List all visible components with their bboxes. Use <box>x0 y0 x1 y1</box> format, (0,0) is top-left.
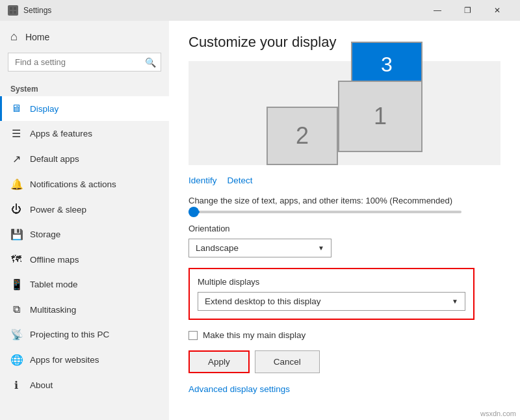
sidebar-item-tablet-mode-label: Tablet mode <box>30 280 78 289</box>
sidebar-item-default-apps-label: Default apps <box>30 154 79 164</box>
scale-slider-track[interactable] <box>188 211 462 213</box>
orientation-value: Landscape <box>196 243 239 253</box>
svg-rect-3 <box>14 11 16 14</box>
identify-link[interactable]: Identify <box>188 176 217 185</box>
sidebar-item-multitasking-label: Multitasking <box>30 305 76 315</box>
sidebar-item-display[interactable]: 🖥 Display <box>0 96 169 121</box>
monitor-container: 2 3 1 <box>266 35 422 152</box>
sidebar-item-projecting-label: Projecting to this PC <box>30 330 109 339</box>
monitor-1-group: 3 1 <box>338 35 422 152</box>
title-bar: Settings — ❐ ✕ <box>0 0 520 21</box>
projecting-icon: 📡 <box>10 328 22 341</box>
sidebar-item-multitasking[interactable]: ⧉ Multitasking <box>0 297 169 322</box>
sidebar-item-apps-features-label: Apps & features <box>30 129 92 138</box>
search-box: 🔍 <box>8 53 161 72</box>
orientation-dropdown[interactable]: Landscape ▼ <box>188 239 332 257</box>
main-display-checkbox-label: Make this my main display <box>203 330 306 340</box>
scale-slider-thumb[interactable] <box>188 207 199 217</box>
monitor-3-label: 3 <box>381 53 393 77</box>
cancel-button[interactable]: Cancel <box>255 350 320 373</box>
notifications-icon: 🔔 <box>10 178 22 190</box>
sidebar-home[interactable]: ⌂ Home <box>0 21 169 53</box>
scale-label: Change the size of text, apps, and other… <box>188 196 500 205</box>
sidebar-item-storage-label: Storage <box>30 230 60 239</box>
sidebar-item-default-apps[interactable]: ↗ Default apps <box>0 146 169 172</box>
app-body: ⌂ Home 🔍 System 🖥 Display ☰ Apps & featu… <box>0 21 520 420</box>
window-title: Settings <box>23 6 51 15</box>
power-sleep-icon: ⏻ <box>10 203 22 215</box>
watermark: wsxdn.com <box>480 410 516 417</box>
system-section-label: System <box>0 79 169 96</box>
sidebar-item-projecting[interactable]: 📡 Projecting to this PC <box>0 322 169 347</box>
sidebar-item-apps-features[interactable]: ☰ Apps & features <box>0 121 169 146</box>
scale-section: Change the size of text, apps, and other… <box>188 196 500 213</box>
sidebar-item-storage[interactable]: 💾 Storage <box>0 222 169 247</box>
sidebar-item-offline-maps-label: Offline maps <box>30 255 79 265</box>
sidebar-item-notifications[interactable]: 🔔 Notifications & actions <box>0 172 169 197</box>
monitor-2[interactable]: 2 <box>266 107 338 165</box>
about-icon: ℹ <box>10 379 22 391</box>
multitasking-icon: ⧉ <box>10 304 22 315</box>
close-button[interactable]: ✕ <box>482 0 512 21</box>
sidebar-item-apps-websites-label: Apps for websites <box>30 355 99 365</box>
svg-rect-1 <box>14 7 16 10</box>
sidebar-item-display-label: Display <box>30 104 58 114</box>
multiple-displays-chevron-icon: ▼ <box>452 298 458 305</box>
main-display-checkbox-row[interactable]: Make this my main display <box>188 330 500 340</box>
detect-link[interactable]: Detect <box>228 176 253 185</box>
monitor-1-label: 1 <box>374 103 387 130</box>
display-preview: 2 3 1 <box>188 61 500 165</box>
sidebar-item-apps-websites[interactable]: 🌐 Apps for websites <box>0 347 169 373</box>
main-panel: Customize your display 2 3 1 <box>169 21 520 420</box>
multiple-displays-dropdown[interactable]: Extend desktop to this display ▼ <box>198 292 465 311</box>
minimize-button[interactable]: — <box>422 0 452 21</box>
sidebar-item-power-sleep[interactable]: ⏻ Power & sleep <box>0 197 169 222</box>
multiple-displays-box: Multiple displays Extend desktop to this… <box>188 268 474 320</box>
home-label: Home <box>25 32 49 42</box>
sidebar-item-about[interactable]: ℹ About <box>0 373 169 398</box>
svg-rect-0 <box>10 7 12 10</box>
display-icon: 🖥 <box>10 103 22 114</box>
orientation-label: Orientation <box>188 224 500 233</box>
multiple-displays-label: Multiple displays <box>198 277 465 287</box>
apply-button[interactable]: Apply <box>188 350 250 373</box>
sidebar-item-notifications-label: Notifications & actions <box>30 179 116 189</box>
offline-maps-icon: 🗺 <box>10 254 22 265</box>
svg-rect-2 <box>10 11 12 14</box>
sidebar-item-offline-maps[interactable]: 🗺 Offline maps <box>0 247 169 272</box>
identify-detect-row: Identify Detect <box>188 176 500 185</box>
advanced-display-settings-link[interactable]: Advanced display settings <box>188 384 290 394</box>
tablet-mode-icon: 📱 <box>10 278 22 291</box>
search-input[interactable] <box>8 53 161 72</box>
sidebar-item-about-label: About <box>30 380 53 390</box>
sidebar-item-tablet-mode[interactable]: 📱 Tablet mode <box>0 272 169 297</box>
monitor-1[interactable]: 1 <box>338 81 422 152</box>
main-display-checkbox[interactable] <box>188 331 198 340</box>
restore-button[interactable]: ❐ <box>452 0 482 21</box>
search-icon: 🔍 <box>145 57 156 68</box>
apply-cancel-row: Apply Cancel <box>188 350 500 373</box>
sidebar-item-power-sleep-label: Power & sleep <box>30 205 86 215</box>
apps-websites-icon: 🌐 <box>10 354 22 366</box>
sidebar: ⌂ Home 🔍 System 🖥 Display ☰ Apps & featu… <box>0 21 169 420</box>
monitor-2-label: 2 <box>296 122 309 150</box>
orientation-section: Orientation Landscape ▼ <box>188 224 500 257</box>
apps-features-icon: ☰ <box>10 127 22 140</box>
storage-icon: 💾 <box>10 228 22 241</box>
multiple-displays-value: Extend desktop to this display <box>205 296 321 306</box>
window-controls: — ❐ ✕ <box>422 0 512 21</box>
default-apps-icon: ↗ <box>10 153 22 165</box>
home-icon: ⌂ <box>10 30 18 44</box>
orientation-chevron-icon: ▼ <box>318 244 324 252</box>
app-icon <box>8 5 18 16</box>
